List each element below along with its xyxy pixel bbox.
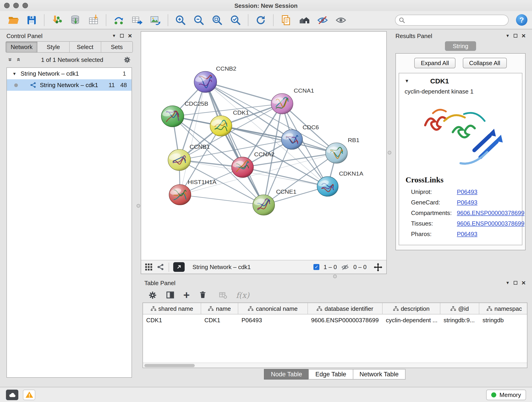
- close-window-button[interactable]: [4, 3, 10, 8]
- import-network-button[interactable]: [48, 12, 65, 28]
- cloud-button[interactable]: [6, 389, 18, 400]
- edge-CCNB2-HIST1H1A[interactable]: [180, 82, 206, 195]
- table-cell[interactable]: CDK1: [201, 314, 238, 325]
- tab-sets[interactable]: Sets: [101, 42, 133, 52]
- panel-close-icon[interactable]: ×: [521, 281, 526, 285]
- expand-all-button[interactable]: Expand All: [414, 58, 456, 68]
- selected-nodes-checkbox-icon[interactable]: ✓: [313, 264, 319, 270]
- horizontal-scrollbar[interactable]: [143, 363, 527, 368]
- network-canvas[interactable]: CCNB2CCNA1CDC25BCDK1CDC6RB1CCNB1CCNA2CDK…: [141, 32, 386, 260]
- import-network-from-database-button[interactable]: [66, 12, 84, 28]
- crosslink-link[interactable]: P06493: [457, 199, 477, 206]
- table-cell[interactable]: stringdb: [479, 314, 527, 325]
- tab-select[interactable]: Select: [70, 42, 101, 52]
- tab-node-table[interactable]: Node Table: [264, 369, 309, 380]
- node-HIST1H1A[interactable]: [169, 185, 191, 205]
- scrollbar-thumb[interactable]: [144, 364, 195, 367]
- import-table-button[interactable]: [85, 12, 102, 28]
- edge-CCNB2-CCNA1[interactable]: [206, 82, 282, 104]
- node-RB1[interactable]: [326, 143, 348, 163]
- collapse-card-icon[interactable]: ▼: [405, 78, 409, 83]
- table-cell[interactable]: cyclin-dependent ...: [383, 314, 440, 325]
- panel-menu-icon[interactable]: ▼: [506, 33, 510, 38]
- table-cell[interactable]: P06493: [238, 314, 308, 325]
- home-button[interactable]: [296, 12, 313, 28]
- save-session-button[interactable]: [23, 12, 40, 28]
- node-CCNA1[interactable]: [271, 94, 293, 114]
- column-header-namespac[interactable]: namespac: [479, 303, 527, 314]
- tab-string[interactable]: String: [445, 41, 476, 51]
- collapse-all-icon[interactable]: »: [7, 56, 14, 63]
- edge-HIST1H1A-CCNE1[interactable]: [180, 195, 264, 205]
- hidden-elements-eye-icon[interactable]: [341, 263, 349, 271]
- table-cell[interactable]: stringdb:9...: [440, 314, 479, 325]
- crosslink-link[interactable]: P06493: [457, 188, 477, 195]
- edge-CCNB2-CCNE1[interactable]: [206, 82, 264, 205]
- crosslink-link[interactable]: P06493: [457, 230, 477, 237]
- column-header--id[interactable]: @id: [440, 303, 479, 314]
- panel-close-icon[interactable]: ×: [521, 33, 526, 38]
- table-row[interactable]: CDK1CDK1P064939606.ENSP00000378699cyclin…: [143, 314, 527, 325]
- node-CCNA2[interactable]: [232, 157, 254, 177]
- node-CDC6[interactable]: [281, 129, 303, 149]
- node-CCNE1[interactable]: [253, 195, 275, 215]
- add-column-icon[interactable]: +: [183, 290, 190, 300]
- vertical-splitter[interactable]: [136, 31, 141, 380]
- panel-float-icon[interactable]: [120, 34, 124, 38]
- pan-crosshair-icon[interactable]: [374, 262, 383, 272]
- panel-menu-icon[interactable]: ▼: [112, 33, 116, 38]
- gear-icon[interactable]: [123, 56, 131, 64]
- function-builder-icon[interactable]: f(x): [236, 290, 249, 300]
- delete-table-icon[interactable]: [219, 291, 227, 299]
- table-cell[interactable]: CDK1: [143, 314, 201, 325]
- export-view-button[interactable]: [173, 262, 185, 272]
- birds-eye-view-icon[interactable]: [145, 263, 152, 271]
- node-CDK1[interactable]: [210, 116, 232, 136]
- zoom-selected-button[interactable]: [227, 12, 244, 28]
- export-table-button[interactable]: [128, 12, 146, 28]
- panel-close-icon[interactable]: ×: [128, 33, 132, 38]
- tab-style[interactable]: Style: [38, 42, 70, 52]
- hide-unselected-button[interactable]: [314, 12, 331, 28]
- tab-edge-table[interactable]: Edge Table: [308, 369, 353, 380]
- gear-icon[interactable]: [148, 290, 157, 300]
- tab-network-table[interactable]: Network Table: [353, 369, 405, 380]
- apply-layout-button[interactable]: [252, 12, 269, 28]
- expand-all-icon[interactable]: »: [14, 56, 22, 63]
- zoom-window-button[interactable]: [22, 3, 28, 8]
- collection-expand-icon[interactable]: ▼: [12, 71, 17, 76]
- panel-float-icon[interactable]: [514, 34, 517, 38]
- tab-network[interactable]: Network: [6, 42, 38, 52]
- search-input[interactable]: [395, 14, 509, 26]
- panel-float-icon[interactable]: [514, 281, 517, 285]
- network-icon[interactable]: [157, 263, 165, 271]
- network-row[interactable]: String Network – cdk1 11 48: [7, 79, 132, 91]
- panel-menu-icon[interactable]: ▼: [506, 281, 510, 285]
- trash-icon[interactable]: [198, 291, 207, 299]
- help-button[interactable]: ?: [516, 14, 527, 26]
- column-header-description[interactable]: description: [383, 303, 440, 314]
- vertical-splitter[interactable]: [387, 31, 392, 274]
- new-network-button[interactable]: [110, 12, 127, 28]
- crosslink-link[interactable]: 9606.ENSP00000378699: [457, 220, 525, 227]
- minimize-window-button[interactable]: [13, 3, 19, 8]
- node-CCNB1[interactable]: [168, 149, 191, 171]
- node-CCNB2[interactable]: [194, 71, 217, 92]
- show-all-button[interactable]: [332, 12, 350, 28]
- horizontal-splitter[interactable]: [141, 274, 529, 278]
- node-CDC25B[interactable]: [161, 106, 184, 127]
- column-header-canonical-name[interactable]: canonical name: [238, 303, 308, 314]
- network-collection-row[interactable]: ▼ String Network – cdk1 1: [7, 68, 132, 79]
- column-header-name[interactable]: name: [201, 303, 238, 314]
- warnings-button[interactable]: [23, 389, 35, 400]
- node-CDKN1A[interactable]: [317, 177, 338, 196]
- column-header-database-identifier[interactable]: database identifier: [308, 303, 383, 314]
- copy-style-button[interactable]: [277, 12, 295, 28]
- zoom-in-button[interactable]: [172, 12, 189, 28]
- export-image-button[interactable]: [147, 12, 164, 28]
- collapse-all-button[interactable]: Collapse All: [463, 58, 507, 68]
- column-header-shared-name[interactable]: shared name: [143, 303, 201, 314]
- columns-icon[interactable]: [166, 291, 175, 299]
- zoom-out-button[interactable]: [190, 12, 208, 28]
- crosslink-link[interactable]: 9606.ENSP00000378699: [457, 210, 525, 216]
